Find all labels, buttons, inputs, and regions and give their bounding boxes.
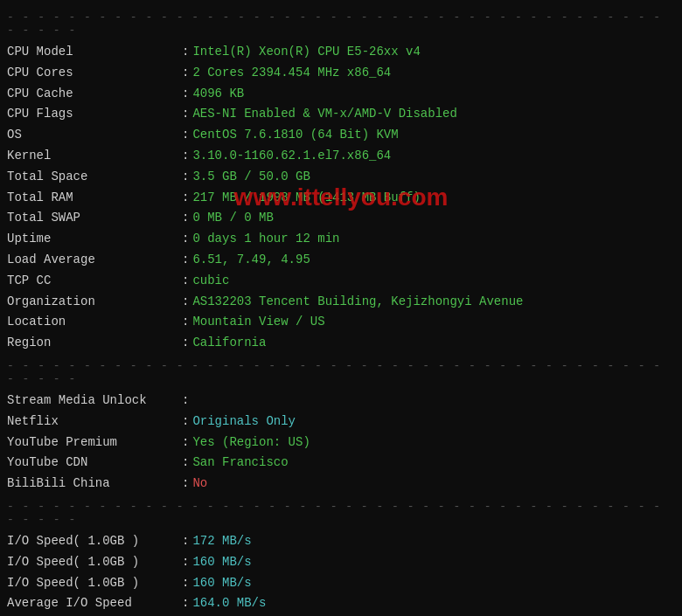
row-label: I/O Speed( 1.0GB ) [7,552,182,573]
row-value: AS132203 Tencent Building, Kejizhongyi A… [192,292,523,313]
row-colon: : [182,333,189,354]
row-colon: : [182,433,189,453]
table-row: CPU Flags: AES-NI Enabled & VM-x/AMD-V D… [7,104,675,125]
table-row: TCP CC: cubic [7,271,675,292]
media-header-row: Stream Media Unlock : [7,391,675,412]
table-row: OS: CentOS 7.6.1810 (64 Bit) KVM [7,125,675,146]
row-value: Yes (Region: US) [192,433,310,453]
media-header-label: Stream Media Unlock [7,391,182,412]
row-label: CPU Cache [7,84,182,105]
row-value: 160 MB/s [192,552,251,573]
table-row: Average I/O Speed: 164.0 MB/s [7,593,675,614]
row-value: 3.10.0-1160.62.1.el7.x86_64 [192,146,391,167]
table-row: Organization: AS132203 Tencent Building,… [7,292,675,313]
row-value: CentOS 7.6.1810 (64 Bit) KVM [192,125,398,146]
row-colon: : [182,84,189,105]
row-value: AES-NI Enabled & VM-x/AMD-V Disabled [192,104,456,125]
table-row: Total Space: 3.5 GB / 50.0 GB [7,167,675,188]
row-value: Mountain View / US [192,312,324,333]
row-value: 172 MB/s [192,531,251,552]
row-colon: : [182,208,189,229]
table-row: I/O Speed( 1.0GB ): 172 MB/s [7,531,675,552]
row-label: YouTube CDN [7,453,182,474]
row-label: Total Space [7,167,182,188]
row-label: CPU Cores [7,63,182,84]
table-row: CPU Model: Intel(R) Xeon(R) CPU E5-26xx … [7,42,675,63]
row-value: 6.51, 7.49, 4.95 [192,250,310,271]
divider-1: - - - - - - - - - - - - - - - - - - - - … [7,359,675,385]
row-colon: : [182,167,189,188]
table-row: CPU Cache: 4096 KB [7,84,675,105]
row-value: 0 MB / 0 MB [192,208,273,229]
row-label: Region [7,333,182,354]
row-value: 217 MB / 1998 MB (1413 MB Buff) [192,188,420,209]
row-label: CPU Flags [7,104,182,125]
table-row: Total SWAP: 0 MB / 0 MB [7,208,675,229]
table-row: YouTube Premium: Yes (Region: US) [7,433,675,453]
row-colon: : [182,42,189,63]
table-row: CPU Cores: 2 Cores 2394.454 MHz x86_64 [7,63,675,84]
row-value: No [192,474,207,495]
row-value: 3.5 GB / 50.0 GB [192,167,310,188]
row-colon: : [182,312,189,333]
row-value: Intel(R) Xeon(R) CPU E5-26xx v4 [192,42,420,63]
row-colon: : [182,125,189,146]
row-value: Originals Only [192,412,296,433]
table-row: Location: Mountain View / US [7,312,675,333]
row-colon: : [182,63,189,84]
row-value: cubic [192,271,229,292]
row-colon: : [182,531,189,552]
row-value: California [192,333,266,354]
terminal-output: - - - - - - - - - - - - - - - - - - - - … [7,10,675,616]
divider-top: - - - - - - - - - - - - - - - - - - - - … [7,10,675,37]
row-label: Location [7,312,182,333]
row-colon: : [182,146,189,167]
table-row: Netflix: Originals Only [7,412,675,433]
row-value: 160 MB/s [192,573,251,594]
table-row: Uptime: 0 days 1 hour 12 min [7,229,675,250]
table-row: I/O Speed( 1.0GB ): 160 MB/s [7,573,675,594]
table-row: Load Average: 6.51, 7.49, 4.95 [7,250,675,271]
row-label: Kernel [7,146,182,167]
table-row: Region: California [7,333,675,354]
row-colon: : [182,474,189,495]
row-value: 4096 KB [192,84,244,105]
row-value: 2 Cores 2394.454 MHz x86_64 [192,63,391,84]
row-label: Load Average [7,250,182,271]
row-label: Uptime [7,229,182,250]
media-section: Stream Media Unlock :Netflix: Originals … [7,391,675,495]
row-value: San Francisco [192,453,288,474]
row-colon: : [182,412,189,433]
table-row: BiliBili China: No [7,474,675,495]
table-row: I/O Speed( 1.0GB ): 160 MB/s [7,552,675,573]
sysinfo-section: CPU Model: Intel(R) Xeon(R) CPU E5-26xx … [7,42,675,354]
row-label: I/O Speed( 1.0GB ) [7,531,182,552]
row-colon: : [182,104,189,125]
row-colon: : [182,271,189,292]
table-row: YouTube CDN: San Francisco [7,453,675,474]
row-colon: : [182,552,189,573]
row-label: Netflix [7,412,182,433]
row-value: 164.0 MB/s [192,593,266,614]
row-colon: : [182,573,189,594]
row-colon: : [182,250,189,271]
row-colon: : [182,453,189,474]
row-colon: : [182,229,189,250]
row-label: BiliBili China [7,474,182,495]
table-row: Total RAM: 217 MB / 1998 MB (1413 MB Buf… [7,188,675,209]
row-label: Total SWAP [7,208,182,229]
table-row: Kernel: 3.10.0-1160.62.1.el7.x86_64 [7,146,675,167]
row-label: I/O Speed( 1.0GB ) [7,573,182,594]
row-value: 0 days 1 hour 12 min [192,229,339,250]
row-label: CPU Model [7,42,182,63]
row-label: OS [7,125,182,146]
row-label: Organization [7,292,182,313]
row-colon: : [182,593,189,614]
row-label: Average I/O Speed [7,593,182,614]
row-colon: : [182,292,189,313]
row-label: Total RAM [7,188,182,209]
row-label: TCP CC [7,271,182,292]
divider-2: - - - - - - - - - - - - - - - - - - - - … [7,500,675,526]
row-label: YouTube Premium [7,433,182,453]
row-colon: : [182,188,189,209]
